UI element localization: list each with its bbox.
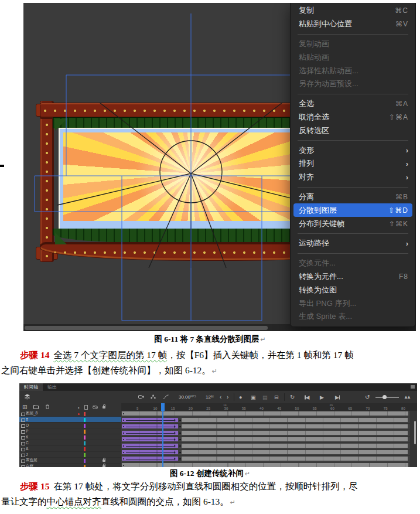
layer-row-O[interactable]: O	[19, 423, 121, 428]
frame-span[interactable]	[182, 450, 408, 454]
lock-column-icon[interactable]	[103, 406, 105, 409]
layer-row-A[interactable]: A	[19, 446, 121, 452]
menu-item-取消全选[interactable]: 取消全选⇧⌘A	[291, 111, 415, 124]
menu-item-shortcut: ⇧⌘K	[389, 220, 408, 228]
layer-row-P[interactable]: P	[19, 428, 121, 434]
reset-zoom-icon[interactable]: ↺	[365, 394, 370, 400]
frame-range-icon[interactable]: ⊟	[274, 394, 279, 400]
ruler-frame-number: 10	[151, 407, 160, 410]
step-back-icon[interactable]: ◀	[305, 394, 309, 400]
ruler-frame-number: 65	[346, 407, 355, 410]
menu-item-运动路径[interactable]: 运动路径›	[291, 237, 415, 250]
ruler-frame-number: 70	[363, 407, 373, 410]
new-layer-icon[interactable]: ⊞	[22, 404, 27, 410]
outline-column-icon[interactable]	[84, 405, 88, 410]
layer-row-K[interactable]: K	[19, 434, 121, 440]
visibility-column-icon[interactable]	[93, 406, 98, 409]
layer-row-图层_8[interactable]: 图层_8	[19, 411, 121, 417]
layer-row-白框[interactable]: 白框	[19, 464, 121, 467]
layer-icon	[21, 465, 25, 468]
menu-item-分散到图层[interactable]: 分散到图层⇧⌘D	[293, 203, 412, 217]
frame-row-C[interactable]	[121, 443, 417, 450]
camera-icon[interactable]	[138, 394, 144, 400]
frame-row-灰色层[interactable]	[121, 462, 417, 467]
menu-item-复制[interactable]: 复制⌘C	[291, 4, 415, 18]
fps-value[interactable]: 30.00FPS	[179, 395, 196, 400]
slider-knob[interactable]	[383, 395, 387, 399]
menu-item-导出 PNG 序列...: 导出 PNG 序列...	[291, 297, 415, 310]
frame-row-A[interactable]	[121, 450, 417, 456]
frame-span[interactable]	[182, 444, 408, 448]
ruler-frame-number: 45	[275, 407, 284, 410]
frame-row-K[interactable]	[121, 437, 417, 443]
chevron-right-icon[interactable]: ›	[227, 394, 228, 400]
scrollbar-thumb[interactable]	[25, 326, 268, 330]
timeline-zoom-slider[interactable]	[375, 397, 399, 398]
layer-row-T[interactable]: T	[19, 417, 121, 423]
layer-icon	[21, 413, 25, 416]
new-folder-icon[interactable]	[33, 404, 39, 410]
frame-span[interactable]	[122, 463, 408, 467]
frame-span[interactable]	[182, 431, 408, 435]
tab-timeline[interactable]: 时间轴	[19, 383, 43, 391]
menu-item-变形[interactable]: 变形›	[291, 144, 415, 157]
menu-item-粘贴到中心位置[interactable]: 粘贴到中心位置⌘V	[291, 18, 415, 31]
highlight-column-icon[interactable]: •	[78, 405, 79, 409]
menu-item-转换为元件...[interactable]: 转换为元件...F8	[291, 270, 415, 284]
delete-layer-icon[interactable]	[45, 404, 50, 410]
frame-span[interactable]	[182, 424, 408, 428]
zoom-fit-icon[interactable]: ▲▲	[404, 395, 409, 400]
frame-span[interactable]	[122, 411, 408, 416]
layers-stack-icon[interactable]	[24, 394, 30, 400]
layer-icon	[21, 459, 25, 463]
frame-row-O[interactable]	[121, 424, 417, 430]
playhead-marker[interactable]	[161, 403, 165, 411]
menu-item-分布到关键帧[interactable]: 分布到关键帧⇧⌘K	[291, 217, 415, 230]
parenting-icon[interactable]	[151, 394, 156, 400]
layer-color-swatch	[84, 459, 86, 463]
tween-arrow	[126, 427, 175, 427]
frame-span[interactable]	[182, 437, 408, 441]
menu-item-转换为位图[interactable]: 转换为位图	[291, 283, 415, 297]
chevron-left-icon[interactable]: ‹	[220, 394, 221, 400]
playhead-line[interactable]	[162, 411, 163, 467]
menu-item-排列[interactable]: 排列›	[291, 157, 415, 171]
layer-icon	[21, 424, 25, 428]
menu-item-分离[interactable]: 分离⌘B	[291, 190, 415, 204]
layer-row-C[interactable]: C	[19, 440, 121, 446]
timeline-ruler[interactable]: 51015202530354045505560657075801s2s	[121, 403, 417, 411]
layer-row-J[interactable]: J	[19, 452, 121, 458]
end-keyframe	[179, 433, 181, 434]
graph-editor-icon[interactable]	[163, 394, 169, 400]
menu-item-label: 另存为动画预设...	[299, 79, 408, 89]
onion-skin-icon[interactable]: ●	[239, 394, 242, 400]
timeline-vertical-scrollbar[interactable]	[414, 421, 416, 444]
frame-row-P[interactable]	[121, 430, 417, 437]
frame-span[interactable]	[182, 418, 408, 422]
tab-output[interactable]: 输出	[43, 383, 62, 391]
layer-name: 灰色层	[26, 458, 37, 463]
step-forward-icon[interactable]: ▶	[335, 394, 340, 400]
layer-row-灰色层[interactable]: 灰色层	[19, 458, 121, 464]
panel-menu-icon[interactable]	[411, 385, 415, 389]
menu-item-对齐[interactable]: 对齐›	[291, 171, 415, 184]
lock-icon	[103, 465, 105, 467]
layer-color-swatch	[84, 430, 86, 434]
frames-area[interactable]	[121, 411, 417, 467]
menu-item-全选[interactable]: 全选⌘A	[291, 97, 415, 111]
caption-text: 图 6-11 将 7 条直线分散到图层	[154, 335, 259, 343]
menu-item-label: 生成 Sprite 表...	[299, 311, 408, 322]
end-keyframe	[179, 420, 181, 421]
frame-row-J[interactable]	[121, 456, 417, 462]
frame-row-图层_8[interactable]	[121, 411, 417, 417]
menu-item-反转选区[interactable]: 反转选区	[291, 124, 415, 137]
play-icon[interactable]: ▶	[320, 394, 324, 400]
submenu-arrow-icon: ›	[406, 146, 408, 155]
step14-line1: 步骤 14全选 7 个文字图层的第 17 帧，按【F6】插入关键帧，并在第 1 …	[1, 348, 419, 363]
onion-skin-outlines-icon[interactable]: ▣	[251, 394, 256, 400]
frame-span[interactable]	[182, 457, 408, 461]
frame-row-T[interactable]	[121, 417, 417, 424]
end-keyframe	[179, 445, 181, 447]
loop-icon[interactable]: ↻	[290, 394, 295, 400]
figure-caption-6-12: 图 6-12 创建传统补间↵	[0, 468, 420, 479]
